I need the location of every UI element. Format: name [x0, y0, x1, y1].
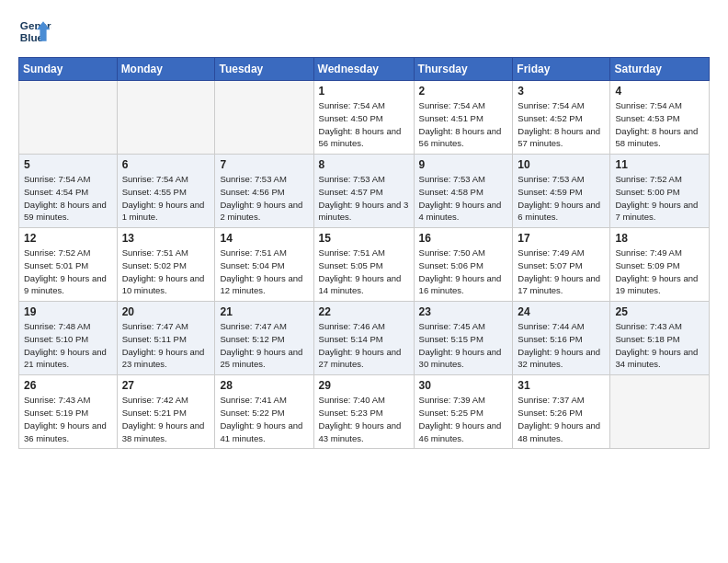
day-info: Sunrise: 7:54 AMSunset: 4:51 PMDaylight:…	[419, 99, 508, 150]
day-number: 22	[319, 305, 409, 318]
calendar-cell: 11Sunrise: 7:52 AMSunset: 5:00 PMDayligh…	[610, 155, 710, 228]
day-number: 6	[122, 158, 210, 171]
calendar-cell: 2Sunrise: 7:54 AMSunset: 4:51 PMDaylight…	[414, 81, 513, 155]
day-info: Sunrise: 7:39 AMSunset: 5:25 PMDaylight:…	[419, 394, 508, 444]
day-number: 29	[319, 379, 409, 392]
day-info: Sunrise: 7:53 AMSunset: 4:58 PMDaylight:…	[419, 173, 508, 224]
weekday-header-monday: Monday	[117, 58, 215, 81]
day-info: Sunrise: 7:49 AMSunset: 5:07 PMDaylight:…	[518, 247, 605, 297]
day-info: Sunrise: 7:54 AMSunset: 4:55 PMDaylight:…	[122, 173, 210, 224]
weekday-header-thursday: Thursday	[414, 58, 513, 81]
calendar-cell: 24Sunrise: 7:44 AMSunset: 5:16 PMDayligh…	[513, 302, 610, 375]
calendar-cell: 8Sunrise: 7:53 AMSunset: 4:57 PMDaylight…	[313, 155, 414, 228]
day-info: Sunrise: 7:46 AMSunset: 5:14 PMDaylight:…	[319, 320, 409, 371]
day-number: 4	[615, 85, 704, 98]
day-number: 12	[24, 232, 112, 245]
day-info: Sunrise: 7:50 AMSunset: 5:06 PMDaylight:…	[419, 247, 508, 297]
day-number: 8	[319, 158, 409, 171]
day-number: 5	[24, 158, 112, 171]
day-info: Sunrise: 7:40 AMSunset: 5:23 PMDaylight:…	[319, 394, 409, 444]
day-info: Sunrise: 7:53 AMSunset: 4:57 PMDaylight:…	[319, 173, 409, 224]
day-number: 10	[518, 158, 605, 171]
calendar-week-row: 5Sunrise: 7:54 AMSunset: 4:54 PMDaylight…	[19, 155, 710, 228]
calendar-cell: 21Sunrise: 7:47 AMSunset: 5:12 PMDayligh…	[215, 302, 313, 375]
calendar-cell: 26Sunrise: 7:43 AMSunset: 5:19 PMDayligh…	[19, 375, 118, 449]
day-number: 13	[122, 232, 210, 245]
day-number: 11	[615, 158, 704, 171]
calendar-week-row: 12Sunrise: 7:52 AMSunset: 5:01 PMDayligh…	[19, 228, 710, 302]
day-number: 26	[24, 379, 112, 392]
day-info: Sunrise: 7:52 AMSunset: 5:00 PMDaylight:…	[615, 173, 704, 224]
weekday-header-saturday: Saturday	[610, 58, 710, 81]
calendar-week-row: 1Sunrise: 7:54 AMSunset: 4:50 PMDaylight…	[19, 81, 710, 155]
day-number: 1	[319, 85, 409, 98]
calendar-week-row: 19Sunrise: 7:48 AMSunset: 5:10 PMDayligh…	[19, 302, 710, 375]
calendar-cell: 14Sunrise: 7:51 AMSunset: 5:04 PMDayligh…	[215, 228, 313, 302]
svg-text:General: General	[20, 19, 51, 31]
weekday-header-wednesday: Wednesday	[313, 58, 414, 81]
day-info: Sunrise: 7:47 AMSunset: 5:12 PMDaylight:…	[220, 320, 308, 371]
day-info: Sunrise: 7:48 AMSunset: 5:10 PMDaylight:…	[24, 320, 112, 371]
day-info: Sunrise: 7:51 AMSunset: 5:02 PMDaylight:…	[122, 247, 210, 297]
weekday-header-row: SundayMondayTuesdayWednesdayThursdayFrid…	[19, 58, 710, 81]
day-info: Sunrise: 7:44 AMSunset: 5:16 PMDaylight:…	[518, 320, 605, 371]
day-number: 27	[122, 379, 210, 392]
calendar-cell: 10Sunrise: 7:53 AMSunset: 4:59 PMDayligh…	[513, 155, 610, 228]
calendar-cell: 25Sunrise: 7:43 AMSunset: 5:18 PMDayligh…	[610, 302, 710, 375]
calendar-cell: 20Sunrise: 7:47 AMSunset: 5:11 PMDayligh…	[117, 302, 215, 375]
calendar-cell: 30Sunrise: 7:39 AMSunset: 5:25 PMDayligh…	[414, 375, 513, 449]
day-info: Sunrise: 7:43 AMSunset: 5:19 PMDaylight:…	[24, 394, 112, 444]
day-number: 20	[122, 305, 210, 318]
day-info: Sunrise: 7:47 AMSunset: 5:11 PMDaylight:…	[122, 320, 210, 371]
day-number: 17	[518, 232, 605, 245]
calendar-cell: 7Sunrise: 7:53 AMSunset: 4:56 PMDaylight…	[215, 155, 313, 228]
day-number: 9	[419, 158, 508, 171]
day-info: Sunrise: 7:54 AMSunset: 4:53 PMDaylight:…	[615, 99, 704, 150]
calendar-cell: 15Sunrise: 7:51 AMSunset: 5:05 PMDayligh…	[313, 228, 414, 302]
day-number: 21	[220, 305, 308, 318]
day-number: 23	[419, 305, 508, 318]
weekday-header-friday: Friday	[513, 58, 610, 81]
calendar-cell: 29Sunrise: 7:40 AMSunset: 5:23 PMDayligh…	[313, 375, 414, 449]
calendar-cell: 27Sunrise: 7:42 AMSunset: 5:21 PMDayligh…	[117, 375, 215, 449]
day-number: 28	[220, 379, 308, 392]
calendar-cell: 9Sunrise: 7:53 AMSunset: 4:58 PMDaylight…	[414, 155, 513, 228]
day-info: Sunrise: 7:54 AMSunset: 4:50 PMDaylight:…	[319, 99, 409, 150]
calendar-cell: 19Sunrise: 7:48 AMSunset: 5:10 PMDayligh…	[19, 302, 118, 375]
day-number: 7	[220, 158, 308, 171]
calendar-cell: 12Sunrise: 7:52 AMSunset: 5:01 PMDayligh…	[19, 228, 118, 302]
calendar-cell: 23Sunrise: 7:45 AMSunset: 5:15 PMDayligh…	[414, 302, 513, 375]
weekday-header-tuesday: Tuesday	[215, 58, 313, 81]
day-number: 14	[220, 232, 308, 245]
header: General Blue	[18, 15, 710, 48]
calendar-cell: 31Sunrise: 7:37 AMSunset: 5:26 PMDayligh…	[513, 375, 610, 449]
calendar-cell: 13Sunrise: 7:51 AMSunset: 5:02 PMDayligh…	[117, 228, 215, 302]
day-number: 3	[518, 85, 605, 98]
day-info: Sunrise: 7:51 AMSunset: 5:04 PMDaylight:…	[220, 247, 308, 297]
calendar-cell: 3Sunrise: 7:54 AMSunset: 4:52 PMDaylight…	[513, 81, 610, 155]
day-info: Sunrise: 7:41 AMSunset: 5:22 PMDaylight:…	[220, 394, 308, 444]
day-info: Sunrise: 7:54 AMSunset: 4:54 PMDaylight:…	[24, 173, 112, 224]
day-number: 19	[24, 305, 112, 318]
calendar-cell: 4Sunrise: 7:54 AMSunset: 4:53 PMDaylight…	[610, 81, 710, 155]
logo-icon: General Blue	[18, 15, 51, 48]
calendar-cell: 22Sunrise: 7:46 AMSunset: 5:14 PMDayligh…	[313, 302, 414, 375]
day-number: 30	[419, 379, 508, 392]
day-number: 15	[319, 232, 409, 245]
day-info: Sunrise: 7:53 AMSunset: 4:59 PMDaylight:…	[518, 173, 605, 224]
calendar-cell	[215, 81, 313, 155]
day-number: 2	[419, 85, 508, 98]
day-info: Sunrise: 7:43 AMSunset: 5:18 PMDaylight:…	[615, 320, 704, 371]
calendar-cell: 28Sunrise: 7:41 AMSunset: 5:22 PMDayligh…	[215, 375, 313, 449]
day-number: 31	[518, 379, 605, 392]
day-info: Sunrise: 7:52 AMSunset: 5:01 PMDaylight:…	[24, 247, 112, 297]
calendar: SundayMondayTuesdayWednesdayThursdayFrid…	[18, 57, 710, 449]
calendar-cell	[610, 375, 710, 449]
calendar-cell	[117, 81, 215, 155]
weekday-header-sunday: Sunday	[19, 58, 118, 81]
calendar-cell: 1Sunrise: 7:54 AMSunset: 4:50 PMDaylight…	[313, 81, 414, 155]
calendar-cell: 5Sunrise: 7:54 AMSunset: 4:54 PMDaylight…	[19, 155, 118, 228]
day-number: 24	[518, 305, 605, 318]
logo: General Blue	[18, 15, 51, 48]
calendar-cell: 18Sunrise: 7:49 AMSunset: 5:09 PMDayligh…	[610, 228, 710, 302]
